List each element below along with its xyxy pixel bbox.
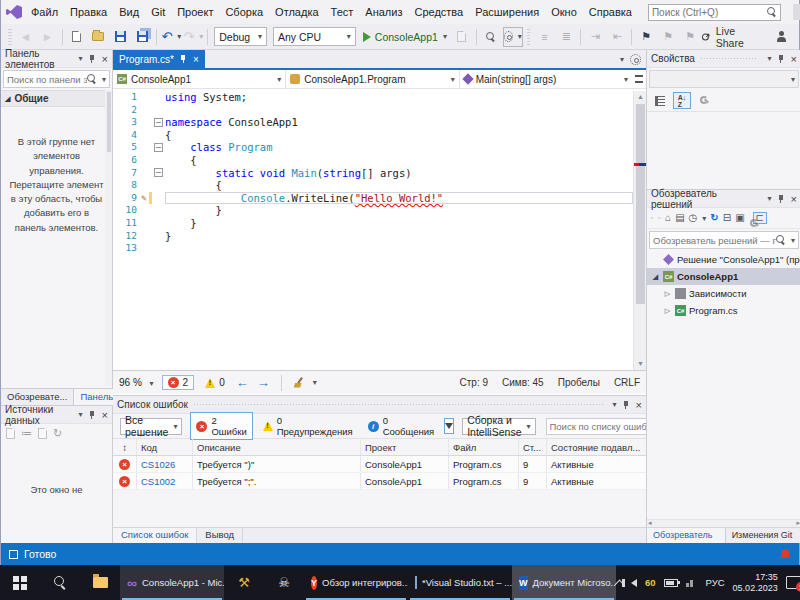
navigate-forward-button[interactable]: ► [38,27,58,47]
edit-icon[interactable]: ≔ [21,427,32,440]
send-feedback-button[interactable] [771,27,791,47]
prev-issue-button[interactable]: ← [236,375,249,390]
add-data-source-icon[interactable] [6,428,15,439]
forward-icon[interactable]: ◦ [658,213,662,223]
close-icon[interactable]: × [791,53,797,65]
menu-analyze[interactable]: Анализ [359,2,408,22]
toolbox-search[interactable]: ▾ [3,70,110,88]
tree-item-sol[interactable]: Решение "ConsoleApp1" (проекты: 1 из 1) [647,251,800,268]
live-share-button[interactable]: Live Share [701,25,760,49]
close-icon[interactable]: × [102,53,108,65]
char-indicator[interactable]: Симв: 45 [502,377,544,388]
project-dropdown[interactable]: C# ConsoleApp1▾ [113,70,286,88]
close-icon[interactable]: × [193,54,199,65]
header-4[interactable]: Ст... [519,439,547,455]
menu-edit[interactable]: Правка [64,2,113,22]
pin-icon[interactable] [622,400,631,410]
header-severity[interactable]: ↕ [113,439,137,455]
menu-window[interactable]: Окно [545,2,583,22]
save-all-button[interactable] [132,27,152,47]
taskbar-yandex-browser[interactable]: YОбзор интегриров... [304,565,408,600]
redo-button[interactable]: ↷▾ [183,27,203,47]
next-bookmark-button[interactable]: ⚑ [658,27,678,47]
code-line[interactable]: 7– static void Main(string[] args) [113,167,633,180]
error-code-link[interactable]: CS1026 [137,456,193,472]
menu-build[interactable]: Сборка [219,2,269,22]
taskbar-start[interactable] [0,565,40,600]
fold-marker[interactable]: – [152,167,165,180]
code-line[interactable]: 4{ [113,129,633,142]
data-sources-titlebar[interactable]: Источники данных ▾ × [1,406,112,424]
undo-button[interactable]: ↶▾ [161,27,181,47]
gear-icon[interactable] [630,54,641,65]
header-1[interactable]: Описание [193,439,361,455]
property-pages-button[interactable] [695,92,713,109]
line-indicator[interactable]: Стр: 9 [460,377,488,388]
source-dropdown[interactable]: Сборка и IntelliSense▾ [462,418,535,435]
pin-icon[interactable] [179,54,188,64]
window-position-icon[interactable]: ▾ [79,410,83,419]
error-row[interactable]: ×CS1002Требуется ";".ConsoleApp1Program.… [113,473,646,490]
zoom-dropdown[interactable]: 96 % ▾ [119,377,154,388]
pin-icon[interactable] [88,410,97,420]
code-line[interactable]: 12} [113,230,633,243]
properties-titlebar[interactable]: Свойства ▾ × [647,50,800,68]
configure-icon[interactable] [38,428,47,439]
battery-icon[interactable] [664,579,678,587]
fold-marker[interactable]: – [152,116,165,129]
solution-explorer-search-input[interactable] [653,235,776,246]
switch-views-icon[interactable]: ▤ [675,213,684,223]
taskbar-file-explorer[interactable] [80,565,120,600]
menu-project[interactable]: Проект [171,2,219,22]
outdent-button[interactable]: ⇤ [607,27,627,47]
new-file-button[interactable] [66,27,86,47]
indent-button[interactable]: ⇥ [585,27,605,47]
tab-program-cs[interactable]: Program.cs* × [113,50,205,68]
pin-icon[interactable] [88,54,97,64]
quick-search[interactable] [648,4,781,21]
header-5[interactable]: Состояние подавл... [547,439,646,455]
configuration-dropdown[interactable]: Debug▾ [214,27,267,46]
code-line[interactable]: 13 [113,242,633,255]
menu-extensions[interactable]: Расширения [469,2,545,22]
volume-icon[interactable] [631,579,637,587]
language-indicator[interactable]: РУС [706,577,725,588]
window-position-icon[interactable]: ▾ [768,54,772,63]
attach-button[interactable] [452,27,472,47]
window-position-icon[interactable]: ▾ [768,194,772,203]
menu-tools[interactable]: Средства [408,2,469,22]
menu-debug[interactable]: Отладка [269,2,324,22]
menu-test[interactable]: Тест [325,2,360,22]
close-icon[interactable]: × [102,409,108,421]
type-dropdown[interactable]: ConsoleApp1.Program▾ [286,70,459,88]
background-tasks-icon[interactable] [9,550,18,559]
error-code-link[interactable]: CS1002 [137,473,193,489]
solution-explorer-hscrollbar[interactable] [647,519,800,527]
expander-icon[interactable]: ▷ [663,290,672,298]
platform-dropdown[interactable]: Any CPU▾ [273,27,356,46]
refresh-icon[interactable]: ↻ [53,427,62,440]
comment-button[interactable]: ≡ [534,27,554,47]
editor-vertical-scrollbar[interactable]: ▲ ▼ [633,91,646,370]
scrollbar-thumb[interactable] [636,104,645,304]
toolbox-group-general[interactable]: ◢ Общие [1,90,112,107]
code-cleanup-button[interactable]: ▾ [293,377,317,389]
taskbar-visual-studio[interactable]: ∞ConsoleApp1 - Mic... [120,565,224,600]
toolbar-grip[interactable] [8,29,12,45]
save-button[interactable] [110,27,130,47]
code-line[interactable]: 6 { [113,154,633,167]
member-dropdown[interactable]: Main(string[] args)▾ [460,70,632,88]
header-0[interactable]: Код [137,439,193,455]
refresh-icon[interactable]: ↻ [710,213,718,223]
navigate-back-button[interactable]: ◄ [16,27,36,47]
home-icon[interactable]: ⌂ [665,213,671,223]
start-debugging-button[interactable]: ConsoleApp1 ▾ [363,31,447,43]
solution-explorer-titlebar[interactable]: Обозреватель решений ▾ × [647,190,800,208]
taskbar-game-app[interactable]: ⚒ [224,565,264,600]
header-3[interactable]: Файл [449,439,519,455]
categorized-button[interactable] [651,92,669,109]
code-line[interactable]: 1using System; [113,91,633,104]
close-icon[interactable]: × [636,399,642,411]
alphabetical-button[interactable]: A↓Z [673,92,691,109]
tab-output[interactable]: Вывод [197,528,243,543]
